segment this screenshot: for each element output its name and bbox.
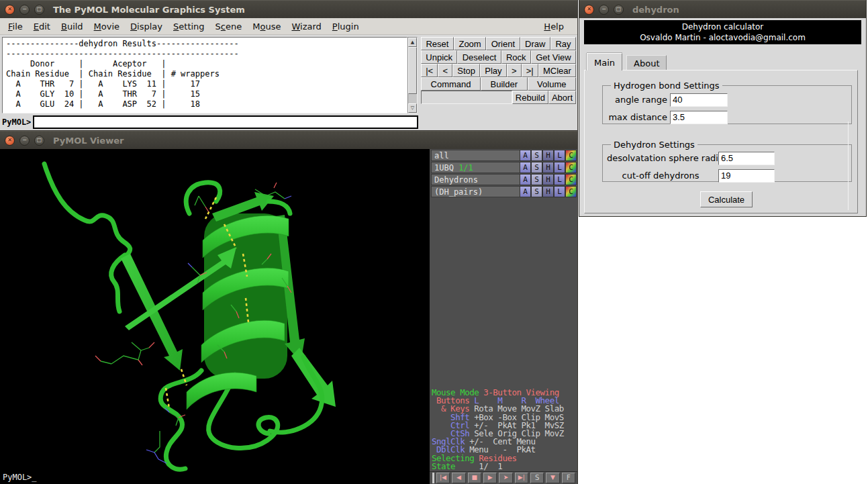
play-button[interactable]: ▶ (483, 473, 497, 483)
object-name[interactable]: all (431, 150, 520, 161)
command-input[interactable] (33, 115, 418, 129)
mclear-button[interactable]: MClear (538, 64, 576, 77)
-button[interactable]: >| (522, 64, 538, 77)
get-view-button[interactable]: Get View (531, 50, 576, 64)
object-a-menu-button[interactable]: A (520, 174, 531, 185)
maximize-icon[interactable]: □ (614, 5, 624, 15)
object-h-menu-button[interactable]: H (542, 174, 554, 185)
volume-button[interactable]: Volume (528, 77, 576, 91)
step-forward-button[interactable]: ➤ (499, 473, 512, 483)
max-distance-input[interactable] (670, 111, 728, 124)
object-l-menu-button[interactable]: L (554, 174, 565, 185)
draw-button[interactable]: Draw (520, 37, 550, 50)
close-icon[interactable]: ✕ (5, 5, 15, 15)
builder-button[interactable]: Builder (481, 77, 528, 91)
molecule-3d-view[interactable]: PyMOL>_ (0, 149, 430, 484)
object-h-menu-button[interactable]: H (542, 150, 554, 161)
playbar-grip[interactable] (432, 473, 434, 483)
desolvatation-radius-input[interactable] (718, 152, 775, 165)
close-icon[interactable]: ✕ (584, 5, 594, 15)
dehydron-window-title: dehydron (632, 5, 679, 15)
minimize-icon[interactable]: − (599, 5, 609, 15)
dehydron-titlebar[interactable]: ✕ − □ dehydron (579, 0, 866, 18)
stop-button[interactable]: Stop (452, 64, 480, 77)
object-h-menu-button[interactable]: H (542, 162, 554, 173)
object-s-menu-button[interactable]: S (531, 174, 542, 185)
object-s-menu-button[interactable]: S (531, 150, 542, 161)
menu-movie[interactable]: Movie (89, 19, 125, 34)
step-back-button[interactable]: ◀ (452, 473, 465, 483)
menu-display[interactable]: Display (125, 19, 168, 34)
-button[interactable]: < (438, 64, 452, 77)
menu-wizard[interactable]: Wizard (286, 19, 326, 34)
cutoff-dehydrons-input[interactable] (718, 169, 775, 183)
fullscreen-button[interactable]: F (562, 473, 575, 483)
object-name[interactable]: 1UBQ 1/1 (431, 162, 520, 173)
menu-plugin[interactable]: Plugin (327, 19, 365, 34)
close-icon[interactable]: ✕ (5, 136, 15, 146)
stop-button[interactable]: ■ (468, 473, 481, 483)
menu-setting[interactable]: Setting (168, 19, 210, 34)
abort-button[interactable]: Abort (548, 91, 576, 104)
-button[interactable]: |< (421, 64, 438, 77)
scrollbar-thumb[interactable] (408, 47, 417, 94)
minimize-icon[interactable]: − (19, 136, 30, 146)
object-name[interactable]: (DH_pairs) (431, 186, 520, 197)
calculate-button[interactable]: Calculate (700, 191, 753, 207)
main-tab-pane: Hydrogen bond Settings angle range max d… (584, 70, 858, 213)
menu-scene[interactable]: Scene (210, 19, 248, 34)
max-distance-label: max distance (603, 112, 670, 122)
-button[interactable]: > (507, 64, 522, 77)
output-scrollbar[interactable]: ▲ ▽ (407, 37, 418, 113)
object-l-menu-button[interactable]: L (554, 150, 565, 161)
object-c-menu-button[interactable]: C (565, 150, 577, 161)
menu-edit[interactable]: Edit (28, 19, 56, 34)
zoom-button[interactable]: Zoom (454, 37, 486, 50)
object-a-menu-button[interactable]: A (520, 150, 531, 161)
tab-about[interactable]: About (626, 55, 667, 70)
rebuild-button[interactable]: Rebuild (512, 91, 548, 104)
object-c-menu-button[interactable]: C (565, 162, 577, 173)
deselect-button[interactable]: Deselect (457, 50, 501, 64)
reset-button[interactable]: Reset (421, 37, 454, 50)
scene-loop-button[interactable]: S (530, 473, 544, 483)
play-button[interactable]: Play (480, 64, 507, 77)
object-l-menu-button[interactable]: L (554, 162, 565, 173)
scroll-down-icon[interactable]: ▽ (408, 103, 417, 113)
main-titlebar[interactable]: ✕ − □ The PyMOL Molecular Graphics Syste… (0, 0, 577, 18)
pymol-prompt-label: PyMOL> (2, 117, 31, 127)
menu-dropdown-button[interactable]: ▼ (546, 473, 559, 483)
viewer-prompt[interactable]: PyMOL>_ (3, 473, 37, 482)
feedback-output-area[interactable]: ---------------dehydron Results---------… (2, 37, 407, 113)
rewind-to-start-button[interactable]: |◀ (436, 473, 450, 483)
dehydron-settings-group: Dehydron Settings desolvatation sphere r… (602, 144, 852, 182)
rock-button[interactable]: Rock (501, 50, 531, 64)
minimize-icon[interactable]: − (19, 5, 30, 15)
tab-main[interactable]: Main (587, 53, 622, 70)
forward-to-end-button[interactable]: ▶| (515, 473, 528, 483)
scroll-up-icon[interactable]: ▲ (408, 38, 417, 47)
orient-button[interactable]: Orient (486, 37, 520, 50)
menu-mouse[interactable]: Mouse (247, 19, 286, 34)
menu-file[interactable]: File (3, 19, 28, 34)
command-button[interactable]: Command (421, 77, 481, 91)
object-a-menu-button[interactable]: A (520, 186, 531, 197)
ray-button[interactable]: Ray (550, 37, 576, 50)
angle-range-input[interactable] (670, 93, 728, 107)
unpick-button[interactable]: Unpick (421, 50, 457, 64)
object-name[interactable]: Dehydrons (431, 174, 520, 185)
object-s-menu-button[interactable]: S (531, 186, 542, 197)
object-c-menu-button[interactable]: C (565, 186, 577, 197)
progress-indicator (421, 91, 512, 104)
object-a-menu-button[interactable]: A (520, 162, 531, 173)
maximize-icon[interactable]: □ (34, 136, 44, 146)
object-s-menu-button[interactable]: S (531, 162, 542, 173)
menu-build[interactable]: Build (56, 19, 89, 34)
mouse-mode-panel[interactable]: Mouse Mode 3-Button Viewing Buttons L M … (432, 389, 577, 471)
object-l-menu-button[interactable]: L (554, 186, 565, 197)
object-h-menu-button[interactable]: H (542, 186, 554, 197)
maximize-icon[interactable]: □ (34, 5, 44, 15)
object-c-menu-button[interactable]: C (565, 174, 577, 185)
viewer-titlebar[interactable]: ✕ − □ PyMOL Viewer (0, 131, 577, 149)
menu-help[interactable]: Help (538, 19, 569, 34)
